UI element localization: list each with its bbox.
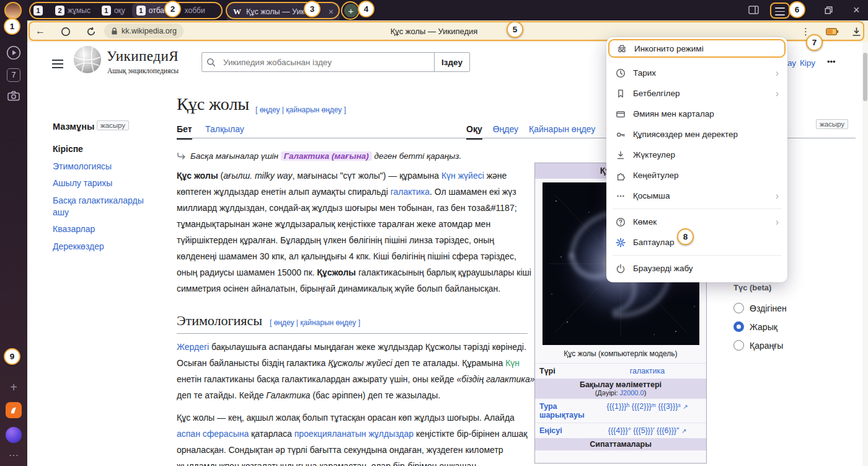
ra-label[interactable]: Тура шарықтауы [539, 402, 593, 419]
new-tab-button[interactable]: + [344, 4, 358, 17]
menu-item-help[interactable]: Көмек › [606, 212, 787, 232]
browser-tab[interactable]: W Құс жолы — Уик × [227, 2, 340, 20]
browser-menu: Инкогнито режимі Тарих › Бетбелгілер › Ә… [606, 37, 787, 282]
scrollbar-thumb[interactable] [863, 53, 867, 101]
wiki-menu-icon[interactable] [52, 57, 63, 71]
external-link-icon[interactable]: ↗ [683, 403, 688, 410]
infobox-row-type: Түрі галактика [535, 363, 706, 379]
tab-strip: 1 2 жұмыс 1 оқу 1 отбасы хобби W Құс жол… [27, 0, 868, 20]
section-edit-links[interactable]: [ өңдеу | қайнарын өңдеу ] [270, 318, 360, 327]
side-panel-icon[interactable] [748, 6, 759, 14]
menu-item-label: Жүктеулер [633, 150, 675, 159]
dec-label[interactable]: Еңісуі [539, 426, 593, 435]
yandex-app-icon[interactable] [0, 402, 27, 418]
alice-assistant-icon[interactable] [0, 427, 27, 443]
infobox-characteristics-header: Сипаттамалары [535, 438, 706, 450]
external-link-icon[interactable]: ↗ [681, 428, 686, 434]
toc-item-other-galaxies[interactable]: Басқа галактикаларды ашу [53, 195, 161, 218]
appearance-hide-button[interactable]: жасыру [816, 119, 848, 129]
tab-group-label: хобби [185, 6, 205, 15]
wikipedia-favicon: W [233, 7, 241, 17]
menu-item-downloads[interactable]: Жүктеулер [606, 145, 787, 165]
sidebar-more-icon[interactable]: ⋯ [0, 450, 27, 460]
menu-separator [613, 255, 781, 256]
infobox-row-dec: Еңісуі {{{4}}}° {{{5}}}′ {{{6}}}″ ↗ [535, 423, 706, 438]
menu-item-label: Қосымша [633, 191, 670, 200]
radio-icon[interactable] [733, 340, 744, 351]
menu-item-label: Кеңейтулер [633, 171, 679, 180]
menu-item-settings[interactable]: Баптаулар [606, 232, 787, 253]
tab-group[interactable]: 1 [31, 3, 48, 18]
tab-group-count: 1 [136, 6, 146, 16]
toc-item-quasars[interactable]: Квазарлар [53, 224, 95, 234]
tab-group-count: 1 [33, 6, 43, 16]
browser-menu-icon[interactable] [775, 6, 785, 17]
menu-item-close-browser[interactable]: Браузерді жабу [606, 258, 787, 279]
epoch-link[interactable]: J2000.0 [620, 389, 644, 397]
menu-item-wallet[interactable]: Әмиян мен карталар [606, 104, 787, 124]
menu-item-bookmarks[interactable]: Бетбелгілер › [606, 83, 787, 104]
tab-group-count: 1 [102, 6, 111, 16]
login-link[interactable]: Кіру [800, 58, 815, 68]
article-title: Құс жолы [177, 94, 249, 114]
paragraph-etymology-2: Құс жолы — кең, ақшыл жолақ болып тұтасқ… [177, 410, 535, 466]
wiki-search-button[interactable]: Іздеу [434, 52, 470, 72]
wikipedia-wordmark[interactable]: УикипедиЯ [107, 48, 179, 65]
tab-group-label: жұмыс [68, 6, 91, 15]
play-icon[interactable] [0, 45, 27, 60]
annotation-step-8: 8 [677, 228, 694, 245]
browser-sidebar: 7 + ⋯ [0, 0, 27, 466]
profile-avatar[interactable] [4, 2, 22, 19]
appearance-option-auto[interactable]: Өздігінен [733, 303, 787, 313]
appearance-option-light[interactable]: Жарық [733, 321, 777, 332]
menu-item-label: Баптаулар [633, 238, 674, 247]
add-panel-icon[interactable]: + [0, 381, 27, 393]
article-edit-links[interactable]: [ өңдеу | қайнарын өңдеу ] [255, 105, 346, 114]
menu-item-more[interactable]: Қосымша › [606, 186, 787, 206]
toc-item-etymology[interactable]: Этимологиясы [53, 161, 112, 171]
annotation-step-5: 5 [507, 21, 523, 38]
tab-close-icon[interactable]: × [329, 7, 334, 16]
paragraph-intro: Құс жолы (ағылш. milky way, мағынасы "сү… [177, 168, 535, 314]
download-icon [615, 150, 626, 161]
battery-saver-icon[interactable] [826, 28, 839, 35]
wiki-search-input[interactable] [202, 52, 435, 72]
section-heading: Этимологиясы [ өңдеу | қайнарын өңдеу ] [177, 313, 360, 329]
tab-talk[interactable]: Талқылау [205, 124, 244, 138]
type-value[interactable]: галактика [593, 367, 702, 375]
menu-item-passwords[interactable]: Құпиясөздер мен деректер [606, 124, 787, 145]
menu-item-label: Құпиясөздер мен деректер [633, 130, 738, 139]
tab-group[interactable]: 2 жұмыс [51, 3, 95, 18]
annotation-step-6: 6 [789, 1, 805, 18]
radio-icon-checked[interactable] [733, 321, 744, 332]
page-scrollbar[interactable] [862, 42, 868, 466]
section-rule [177, 333, 528, 334]
menu-item-extensions[interactable]: Кеңейтулер [606, 165, 787, 186]
radio-icon[interactable] [733, 303, 744, 313]
screenshot-camera-icon[interactable] [0, 91, 27, 101]
help-icon [615, 217, 626, 228]
infobox-caption: Құс жолы (компьютерлік модель) [535, 345, 706, 363]
radio-label: Өздігінен [750, 303, 787, 313]
wikipedia-logo[interactable] [73, 45, 102, 74]
tab-group[interactable]: 1 оқу [97, 3, 130, 18]
restore-window-icon[interactable] [825, 6, 833, 14]
tab-group[interactable]: хобби [180, 3, 210, 18]
menu-item-history[interactable]: Тарих › [606, 63, 787, 83]
appearance-option-dark[interactable]: Қараңғы [733, 340, 783, 351]
downloads-icon[interactable] [852, 27, 861, 37]
chevron-right-icon: › [776, 89, 779, 99]
clock-icon [615, 68, 626, 79]
menu-item-label: Браузерді жабу [633, 264, 693, 273]
toc-hide-button[interactable]: жасыру [97, 120, 129, 130]
annotation-step-3: 3 [304, 1, 321, 17]
tab-counter-badge[interactable]: 7 [0, 68, 27, 82]
hatnote: Басқа мағыналар үшін Галактика (мағына) … [177, 151, 461, 161]
toc-item-references[interactable]: Дереккөздер [53, 241, 104, 251]
toc-item-discovery[interactable]: Ашылу тарихы [53, 178, 112, 188]
menu-item-incognito[interactable]: Инкогнито режимі [608, 39, 786, 58]
toc-item-intro[interactable]: Кіріспе [53, 144, 83, 154]
header-more-icon[interactable]: ••• [827, 57, 836, 66]
close-window-icon[interactable]: × [853, 4, 860, 16]
tab-group-count: 2 [55, 6, 64, 16]
